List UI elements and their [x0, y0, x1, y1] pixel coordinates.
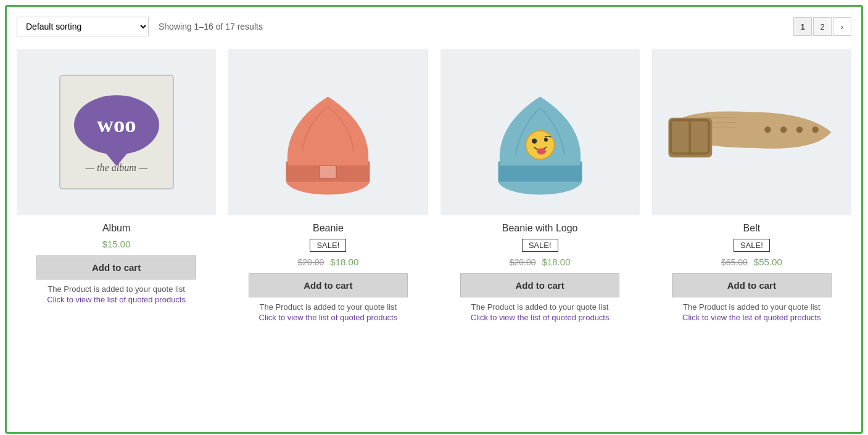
- original-price-belt: $65.00: [721, 257, 748, 267]
- products-grid: woo — the album — Album $15.00 Add to ca…: [17, 49, 851, 322]
- page-wrapper: Default sorting Sort by popularity Sort …: [5, 5, 863, 434]
- page-1-button[interactable]: 1: [793, 17, 812, 36]
- product-image-album[interactable]: woo — the album —: [17, 49, 216, 215]
- sort-select[interactable]: Default sorting Sort by popularity Sort …: [17, 17, 149, 36]
- sale-price-belt: $55.00: [754, 257, 782, 267]
- sale-badge-belt: SALE!: [734, 239, 770, 252]
- product-name-album: Album: [102, 223, 130, 234]
- product-image-belt[interactable]: [652, 49, 851, 215]
- svg-point-10: [526, 131, 554, 159]
- svg-point-18: [780, 126, 787, 133]
- price-row-belt: $65.00 $55.00: [721, 257, 782, 267]
- quote-link-beanie-logo[interactable]: Click to view the list of quoted product…: [471, 313, 610, 322]
- sale-badge-beanie: SALE!: [310, 239, 346, 252]
- product-card-beanie-logo: Beanie with Logo SALE! $20.00 $18.00 Add…: [440, 49, 640, 322]
- product-name-beanie-logo: Beanie with Logo: [502, 223, 578, 234]
- original-price-beanie: $20.00: [298, 257, 324, 267]
- product-card-beanie: Beanie SALE! $20.00 $18.00 Add to cart T…: [228, 49, 428, 322]
- results-text: Showing 1–16 of 17 results: [159, 22, 263, 31]
- add-to-cart-belt[interactable]: Add to cart: [672, 273, 832, 297]
- quote-added-beanie: The Product is added to your quote list: [260, 302, 397, 312]
- product-name-beanie: Beanie: [313, 223, 344, 234]
- product-card-belt: Belt SALE! $65.00 $55.00 Add to cart The…: [652, 49, 851, 322]
- add-to-cart-beanie-logo[interactable]: Add to cart: [460, 273, 620, 297]
- svg-text:— the album —: — the album —: [85, 162, 147, 173]
- product-image-beanie-logo[interactable]: [440, 49, 640, 215]
- quote-link-beanie[interactable]: Click to view the list of quoted product…: [259, 313, 398, 322]
- sale-price-beanie-logo: $18.00: [542, 257, 571, 267]
- svg-point-11: [532, 138, 537, 143]
- svg-point-19: [796, 126, 802, 133]
- svg-point-20: [812, 126, 818, 133]
- quote-added-belt: The Product is added to your quote list: [683, 302, 820, 312]
- svg-point-17: [764, 126, 771, 133]
- quote-added-album: The Product is added to your quote list: [48, 284, 185, 294]
- price-row-beanie: $20.00 $18.00: [298, 257, 359, 267]
- sale-badge-beanie-logo: SALE!: [522, 239, 558, 252]
- quote-link-album[interactable]: Click to view the list of quoted product…: [47, 295, 186, 304]
- original-price-beanie-logo: $20.00: [510, 257, 536, 267]
- svg-text:woo: woo: [97, 112, 136, 137]
- product-image-beanie[interactable]: [228, 49, 428, 215]
- quote-added-beanie-logo: The Product is added to your quote list: [471, 302, 609, 312]
- product-card-album: woo — the album — Album $15.00 Add to ca…: [17, 49, 216, 322]
- sale-price-beanie: $18.00: [330, 257, 358, 267]
- product-name-belt: Belt: [743, 223, 761, 234]
- svg-point-12: [544, 138, 547, 141]
- page-next-button[interactable]: ›: [833, 17, 851, 36]
- quote-link-belt[interactable]: Click to view the list of quoted product…: [682, 313, 821, 322]
- product-price-album: $15.00: [102, 239, 131, 249]
- add-to-cart-beanie[interactable]: Add to cart: [249, 273, 408, 297]
- pagination: 1 2 ›: [793, 17, 851, 36]
- svg-rect-7: [320, 165, 336, 178]
- toolbar-left: Default sorting Sort by popularity Sort …: [17, 17, 263, 36]
- toolbar: Default sorting Sort by popularity Sort …: [17, 17, 851, 36]
- page-2-button[interactable]: 2: [813, 17, 832, 36]
- add-to-cart-album[interactable]: Add to cart: [36, 255, 196, 280]
- svg-point-13: [537, 148, 546, 154]
- price-row-beanie-logo: $20.00 $18.00: [510, 257, 571, 267]
